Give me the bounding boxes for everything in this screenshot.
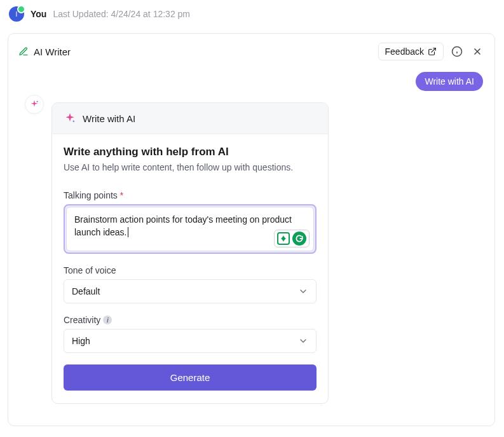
creativity-label: Creativity i [64, 315, 317, 325]
tone-label: Tone of voice [64, 265, 317, 275]
info-dot-icon[interactable]: i [103, 316, 112, 324]
talking-points-label: Talking points * [64, 190, 317, 200]
chip-label: Write with AI [425, 76, 474, 87]
generate-button[interactable]: Generate [64, 364, 317, 391]
generate-label: Generate [170, 372, 210, 383]
card-subheading: Use AI to help write content, then follo… [64, 162, 317, 172]
talking-points-value: Brainstorm action points for today's mee… [74, 214, 292, 237]
last-updated-text: Last Updated: 4/24/24 at 12:32 pm [53, 9, 190, 19]
grammarly-icon[interactable] [292, 232, 306, 246]
required-asterisk: * [120, 190, 123, 200]
close-icon[interactable] [470, 45, 484, 59]
you-label: You [31, 9, 46, 19]
svg-line-0 [432, 48, 435, 52]
panel-title-text: AI Writer [34, 46, 71, 57]
avatar[interactable]: I [9, 6, 24, 22]
tone-select[interactable]: Default [64, 279, 317, 303]
input-badges [274, 230, 310, 247]
panel-title: AI Writer [18, 46, 71, 57]
card-heading: Write anything with help from AI [64, 146, 317, 158]
creativity-select[interactable]: High [64, 329, 317, 353]
card-header-title: Write with AI [83, 113, 135, 124]
panel-header: AI Writer Feedback [8, 34, 494, 69]
feedback-label: Feedback [385, 46, 424, 57]
talking-points-input[interactable]: Brainstorm action points for today's mee… [66, 207, 314, 251]
sparkle-bubble-icon [25, 95, 44, 114]
creativity-value: High [72, 336, 90, 346]
write-with-ai-chip[interactable]: Write with AI [416, 72, 483, 91]
sparkle-icon [64, 112, 76, 125]
top-bar: I You Last Updated: 4/24/24 at 12:32 pm [0, 0, 504, 25]
assist-badge-icon[interactable] [277, 232, 290, 245]
info-icon[interactable] [450, 45, 464, 59]
talking-points-field-wrap: Brainstorm action points for today's mee… [64, 204, 317, 254]
pencil-icon [18, 46, 29, 57]
chevron-down-icon [298, 286, 308, 296]
feedback-button[interactable]: Feedback [378, 43, 444, 60]
ai-writer-panel: AI Writer Feedback Write with AI [8, 33, 495, 426]
tone-value: Default [72, 286, 100, 296]
write-with-ai-card: Write with AI Write anything with help f… [51, 102, 329, 404]
external-link-icon [428, 47, 437, 56]
card-header: Write with AI [52, 103, 328, 134]
card-body: Write anything with help from AI Use AI … [52, 134, 328, 403]
chevron-down-icon [298, 336, 308, 346]
panel-body: Write with AI Write anything with help f… [8, 91, 494, 426]
